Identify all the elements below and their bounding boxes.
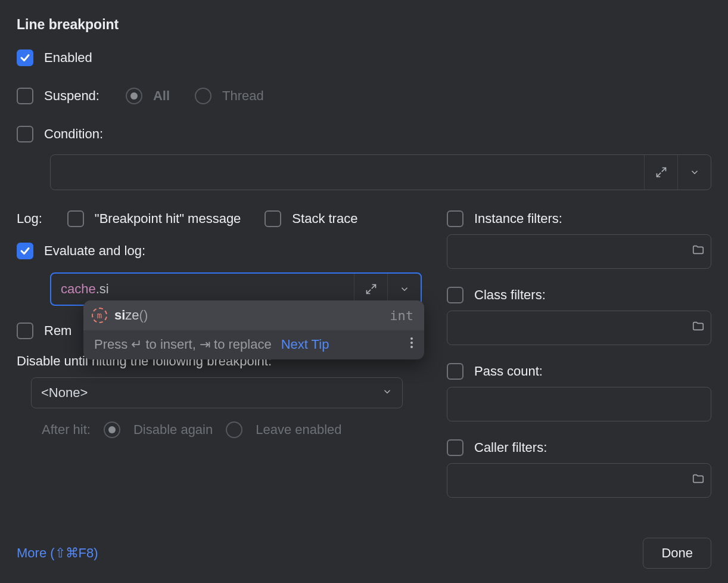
remove-label-visible: Rem [44, 323, 71, 339]
log-bphit-checkbox[interactable] [67, 210, 84, 227]
folder-icon[interactable] [692, 243, 705, 260]
suspend-all-label: All [153, 88, 170, 104]
evaluate-row: Evaluate and log: [17, 243, 422, 259]
completion-hint-text: Press ↵ to insert, ⇥ to replace [94, 337, 272, 352]
after-hit-label: After hit: [42, 422, 91, 438]
folder-icon[interactable] [692, 320, 705, 336]
panel-title: Line breakpoint [17, 17, 711, 33]
class-filters-checkbox[interactable] [447, 287, 463, 303]
completion-return-type: int [390, 308, 413, 323]
caller-filters-checkbox[interactable] [447, 439, 463, 456]
remove-checkbox[interactable] [17, 322, 33, 339]
class-filters-field[interactable] [447, 311, 711, 345]
more-options-icon[interactable] [404, 337, 419, 352]
completion-method: size() [114, 308, 382, 323]
log-bphit-label: "Breakpoint hit" message [95, 211, 241, 227]
evaluate-checkbox[interactable] [17, 243, 33, 259]
enabled-label: Enabled [44, 50, 92, 66]
leave-enabled-radio[interactable] [226, 421, 242, 438]
after-hit-row: After hit: Disable again Leave enabled [42, 421, 422, 438]
suspend-checkbox[interactable] [17, 88, 33, 104]
condition-field[interactable] [50, 154, 711, 190]
code-token-cache: cache [61, 281, 96, 297]
condition-label: Condition: [44, 126, 103, 142]
pass-count-row: Pass count: [447, 363, 711, 380]
method-icon: m [92, 308, 107, 323]
more-link[interactable]: More (⇧⌘F8) [17, 545, 98, 561]
instance-filters-label: Instance filters: [474, 211, 562, 227]
disable-until-select[interactable]: <None> [31, 377, 403, 408]
folder-icon[interactable] [692, 472, 705, 489]
suspend-row: Suspend: All Thread [17, 88, 711, 104]
suspend-label: Suspend: [44, 88, 99, 104]
disable-again-radio[interactable] [104, 421, 120, 438]
log-stacktrace-checkbox[interactable] [265, 210, 281, 227]
log-label: Log: [17, 211, 42, 227]
caller-filters-row: Caller filters: [447, 439, 711, 456]
breakpoint-panel: Line breakpoint Enabled Suspend: All Thr… [0, 0, 728, 583]
pass-count-checkbox[interactable] [447, 363, 463, 380]
instance-filters-checkbox[interactable] [447, 210, 463, 227]
completion-popup: m size() int Press ↵ to insert, ⇥ to rep… [83, 300, 424, 359]
suspend-thread-radio[interactable] [195, 88, 211, 104]
svg-point-0 [410, 337, 413, 340]
code-token-si: si [99, 281, 109, 297]
completion-next-tip-link[interactable]: Next Tip [281, 337, 329, 352]
done-button[interactable]: Done [643, 538, 711, 569]
leave-enabled-label: Leave enabled [256, 422, 341, 438]
log-stacktrace-label: Stack trace [292, 211, 357, 227]
svg-point-1 [410, 342, 413, 344]
condition-row: Condition: [17, 126, 711, 142]
suspend-thread-label: Thread [222, 88, 264, 104]
evaluate-label: Evaluate and log: [44, 243, 145, 259]
panel-footer: More (⇧⌘F8) Done [17, 538, 711, 569]
enabled-row: Enabled [17, 49, 711, 66]
caller-filters-label: Caller filters: [474, 440, 547, 455]
class-filters-label: Class filters: [474, 287, 546, 303]
svg-point-2 [410, 346, 413, 348]
pass-count-label: Pass count: [474, 364, 543, 379]
expand-icon[interactable] [644, 155, 677, 190]
log-row: Log: "Breakpoint hit" message Stack trac… [17, 210, 422, 227]
suspend-all-radio[interactable] [126, 88, 142, 104]
instance-filters-field[interactable] [447, 234, 711, 269]
disable-again-label: Disable again [133, 422, 213, 438]
completion-hint: Press ↵ to insert, ⇥ to replace Next Tip [83, 331, 424, 359]
completion-item[interactable]: m size() int [83, 300, 424, 331]
class-filters-row: Class filters: [447, 287, 711, 303]
disable-until-value: <None> [41, 385, 88, 401]
instance-filters-row: Instance filters: [447, 210, 711, 227]
pass-count-field[interactable] [447, 387, 711, 421]
enabled-checkbox[interactable] [17, 49, 33, 66]
chevron-down-icon[interactable] [677, 155, 711, 190]
caller-filters-field[interactable] [447, 463, 711, 498]
condition-checkbox[interactable] [17, 126, 33, 142]
chevron-down-icon [382, 385, 393, 401]
